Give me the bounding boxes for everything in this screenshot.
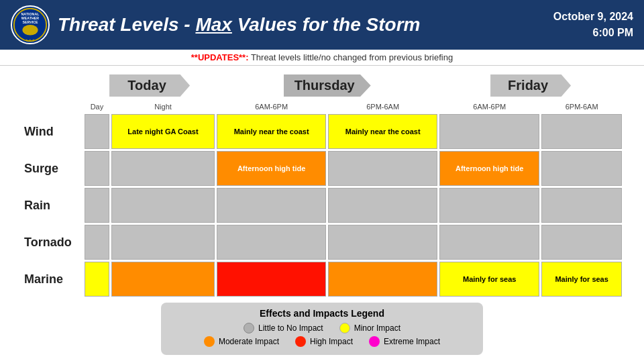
cell-surge-1 — [111, 151, 215, 186]
cell-wind-3: Mainly near the coast — [328, 114, 437, 149]
cell-tornado-5 — [541, 225, 622, 260]
legend-label-extreme: Extreme Impact — [384, 337, 440, 346]
svg-point-5 — [22, 25, 38, 35]
svg-text:SERVICE: SERVICE — [22, 20, 38, 24]
updates-label: **UPDATES**: — [191, 52, 249, 62]
cell-marine-0 — [85, 262, 109, 297]
sub-today-night: Night — [111, 101, 215, 112]
cell-wind-1: Late night GA Coast — [111, 114, 215, 149]
legend-row-2: Moderate Impact High Impact Extreme Impa… — [172, 336, 472, 347]
cell-wind-2: Mainly near the coast — [217, 114, 326, 149]
table-row: MarineMainly for seasMainly for seas — [22, 262, 622, 297]
cell-marine-3 — [328, 262, 437, 297]
threat-table: Today Thursday Friday Day Night 6AM-6PM … — [20, 70, 624, 299]
legend-item-none: Little to No Impact — [244, 323, 323, 333]
legend-circle-pink — [369, 336, 380, 347]
svg-text:★ ★ ★: ★ ★ ★ — [25, 38, 35, 42]
legend-item-high: High Impact — [295, 336, 353, 347]
row-label-wind: Wind — [22, 114, 83, 149]
table-body: WindLate night GA CoastMainly near the c… — [22, 114, 622, 297]
cell-tornado-0 — [85, 225, 109, 260]
legend-label-moderate: Moderate Impact — [219, 337, 279, 346]
header-date: October 9, 2024 6:00 PM — [553, 9, 633, 41]
cell-marine-4: Mainly for seas — [439, 262, 539, 297]
update-text: Threat levels little/no changed from pre… — [249, 52, 453, 62]
cell-tornado-3 — [328, 225, 437, 260]
empty-header — [22, 72, 83, 99]
cell-rain-3 — [328, 188, 437, 223]
cell-surge-5 — [541, 151, 622, 186]
header-title: Threat Levels - Max Values for the Storm — [58, 14, 545, 36]
cell-rain-1 — [111, 188, 215, 223]
thursday-header: Thursday — [217, 72, 437, 99]
legend-circle-orange — [204, 336, 215, 347]
table-row: SurgeAfternoon high tideAfternoon high t… — [22, 151, 622, 186]
cell-tornado-1 — [111, 225, 215, 260]
legend-circle-red — [295, 336, 306, 347]
legend-item-extreme: Extreme Impact — [369, 336, 440, 347]
table-row: WindLate night GA CoastMainly near the c… — [22, 114, 622, 149]
cell-marine-5: Mainly for seas — [541, 262, 622, 297]
friday-header: Friday — [439, 72, 622, 99]
empty-sub-header — [22, 101, 83, 112]
main-content: Today Thursday Friday Day Night 6AM-6PM … — [0, 66, 644, 362]
sub-today-day: Day — [85, 101, 109, 112]
row-label-tornado: Tornado — [22, 225, 83, 260]
cell-surge-3 — [328, 151, 437, 186]
cell-rain-2 — [217, 188, 326, 223]
row-label-rain: Rain — [22, 188, 83, 223]
legend-circle-yellow — [339, 323, 350, 333]
sub-fri-pm: 6PM-6AM — [541, 101, 622, 112]
cell-wind-5 — [541, 114, 622, 149]
today-header: Today — [85, 72, 215, 99]
legend-circle-gray — [244, 323, 254, 333]
cell-marine-2 — [217, 262, 326, 297]
cell-rain-0 — [85, 188, 109, 223]
legend-item-minor: Minor Impact — [339, 323, 400, 333]
nws-logo-icon: NATIONAL WEATHER SERVICE ★ ★ ★ — [11, 5, 50, 44]
cell-rain-4 — [439, 188, 539, 223]
table-row: Tornado — [22, 225, 622, 260]
column-header-row: Today Thursday Friday — [22, 72, 622, 99]
legend-box: Effects and Impacts Legend Little to No … — [161, 303, 483, 355]
cell-tornado-4 — [439, 225, 539, 260]
table-row: Rain — [22, 188, 622, 223]
cell-surge-2: Afternoon high tide — [217, 151, 326, 186]
cell-tornado-2 — [217, 225, 326, 260]
legend-row-1: Little to No Impact Minor Impact — [172, 323, 472, 333]
cell-surge-4: Afternoon high tide — [439, 151, 539, 186]
sub-thu-pm: 6PM-6AM — [328, 101, 437, 112]
sub-fri-am: 6AM-6PM — [439, 101, 539, 112]
sub-thu-am: 6AM-6PM — [217, 101, 326, 112]
cell-wind-0 — [85, 114, 109, 149]
update-bar: **UPDATES**: Threat levels little/no cha… — [0, 50, 644, 66]
cell-surge-0 — [85, 151, 109, 186]
row-label-marine: Marine — [22, 262, 83, 297]
legend-title: Effects and Impacts Legend — [172, 308, 472, 319]
cell-rain-5 — [541, 188, 622, 223]
legend-label-high: High Impact — [310, 337, 353, 346]
sub-header-row: Day Night 6AM-6PM 6PM-6AM 6AM-6PM 6PM-6A… — [22, 101, 622, 112]
legend-label-minor: Minor Impact — [354, 323, 400, 333]
cell-marine-1 — [111, 262, 215, 297]
legend-item-moderate: Moderate Impact — [204, 336, 279, 347]
cell-wind-4 — [439, 114, 539, 149]
row-label-surge: Surge — [22, 151, 83, 186]
legend-label-none: Little to No Impact — [258, 323, 323, 333]
header: NATIONAL WEATHER SERVICE ★ ★ ★ Threat Le… — [0, 0, 644, 50]
